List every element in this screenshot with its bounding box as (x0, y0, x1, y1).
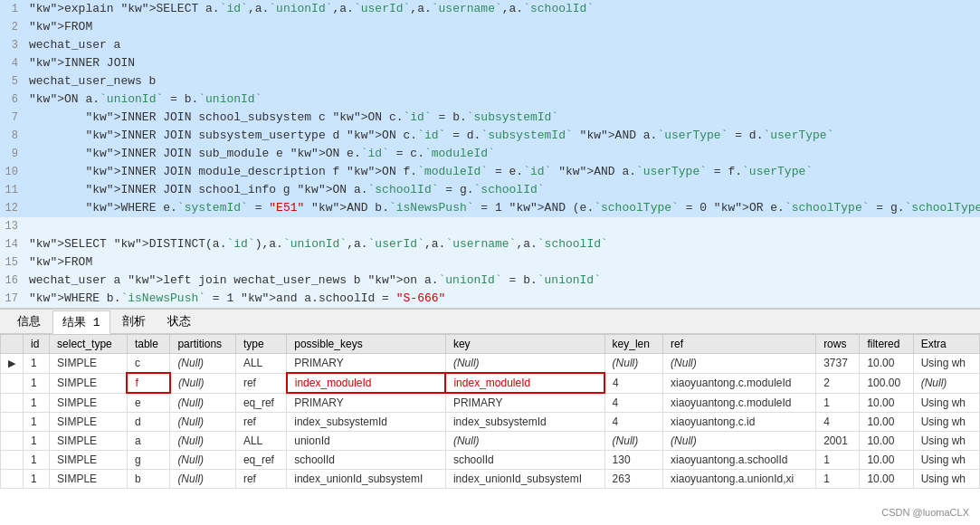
table-cell: 1 (24, 393, 50, 413)
code-line-row: 11 "kw">INNER JOIN school_info g "kw">ON… (0, 181, 980, 199)
watermark: CSDN @luomaCLX (881, 507, 969, 518)
code-text: "kw">WHERE b.`isNewsPush` = 1 "kw">and a… (25, 290, 980, 308)
table-cell: eq_ref (235, 451, 286, 470)
col-header[interactable]: table (127, 335, 170, 354)
col-header[interactable]: ref (663, 335, 816, 354)
table-cell: 4 (604, 373, 662, 393)
table-cell: SIMPLE (50, 413, 128, 432)
table-cell: 1 (24, 354, 50, 374)
table-cell: PRIMARY (287, 354, 446, 374)
code-text: "kw">INNER JOIN school_info g "kw">ON a.… (25, 181, 980, 199)
table-cell: 10.00 (860, 413, 913, 432)
code-line-row: 10 "kw">INNER JOIN module_description f … (0, 163, 980, 181)
tab-results[interactable]: 结果 1 (52, 310, 110, 334)
table-cell: 1 (24, 451, 50, 470)
code-line-row: 15"kw">FROM (0, 253, 980, 272)
col-header[interactable]: type (235, 335, 286, 354)
table-cell: 100.00 (860, 373, 913, 393)
code-line-row: 7 "kw">INNER JOIN school_subsystem c "kw… (0, 109, 980, 127)
table-cell: (Null) (913, 373, 979, 393)
col-header[interactable]: Extra (913, 335, 979, 354)
code-text: "kw">explain "kw">SELECT a.`id`,a.`union… (25, 0, 980, 18)
row-arrow (1, 451, 24, 470)
table-cell: PRIMARY (287, 393, 446, 413)
col-header[interactable]: key_len (604, 335, 662, 354)
table-cell: (Null) (170, 432, 236, 451)
table-cell: SIMPLE (50, 373, 128, 393)
table-cell: 3737 (816, 354, 860, 374)
code-text: wechat_user_news b (25, 72, 980, 91)
col-header[interactable]: possible_keys (287, 335, 446, 354)
table-cell: Using wh (913, 393, 979, 413)
code-text: "kw">INNER JOIN (25, 54, 980, 72)
table-cell: index_unionId_subsystemI (445, 470, 604, 489)
col-header[interactable]: select_type (50, 335, 128, 354)
line-number: 13 (0, 217, 25, 235)
code-line-row: 14"kw">SELECT "kw">DISTINCT(a.`id`),a.`u… (0, 235, 980, 253)
table-cell: 130 (604, 451, 662, 470)
code-line-row: 5wechat_user_news b (0, 72, 980, 91)
table-row: 1SIMPLEb(Null)refindex_unionId_subsystem… (1, 470, 980, 489)
line-number: 10 (0, 163, 25, 181)
table-row: 1SIMPLEe(Null)eq_refPRIMARYPRIMARY4xiaoy… (1, 393, 980, 413)
row-arrow (1, 470, 24, 489)
col-header[interactable]: id (24, 335, 50, 354)
table-cell: c (127, 354, 170, 374)
tab-status[interactable]: 状态 (157, 310, 201, 333)
table-cell: index_unionId_subsystemI (287, 470, 446, 489)
table-cell: ALL (235, 432, 286, 451)
table-cell: index_moduleId (445, 373, 604, 393)
table-cell: index_subsystemId (445, 413, 604, 432)
table-cell: 2001 (816, 432, 860, 451)
table-cell: xiaoyuantong.c.moduleId (663, 373, 816, 393)
code-text: "kw">FROM (25, 253, 980, 272)
code-text: "kw">INNER JOIN module_description f "kw… (25, 163, 980, 181)
table-cell: 10.00 (860, 432, 913, 451)
table-cell: 1 (24, 373, 50, 393)
table-cell: ALL (235, 354, 286, 374)
table-cell: (Null) (445, 354, 604, 374)
code-line-row: 3wechat_user a (0, 36, 980, 54)
table-cell: ref (235, 470, 286, 489)
table-cell: g (127, 451, 170, 470)
results-section[interactable]: idselect_typetablepartitionstypepossible… (0, 334, 980, 489)
tab-info[interactable]: 信息 (7, 310, 51, 333)
col-header[interactable]: filtered (860, 335, 913, 354)
table-cell: (Null) (445, 432, 604, 451)
table-cell: xiaoyuantong.c.moduleId (663, 393, 816, 413)
table-cell: (Null) (604, 432, 662, 451)
code-line-row: 16wechat_user a "kw">left join wechat_us… (0, 272, 980, 290)
table-cell: 1 (24, 413, 50, 432)
col-header[interactable]: partitions (170, 335, 236, 354)
table-cell: xiaoyuantong.c.id (663, 413, 816, 432)
col-header[interactable]: key (445, 335, 604, 354)
row-arrow: ▶ (1, 354, 24, 374)
code-line-row: 8 "kw">INNER JOIN subsystem_usertype d "… (0, 127, 980, 145)
row-arrow (1, 373, 24, 393)
col-header[interactable]: rows (816, 335, 860, 354)
code-line-row: 2"kw">FROM (0, 18, 980, 36)
code-text: "kw">INNER JOIN sub_module e "kw">ON e.`… (25, 145, 980, 163)
table-cell: (Null) (170, 373, 236, 393)
results-table: idselect_typetablepartitionstypepossible… (0, 334, 980, 489)
table-cell: (Null) (170, 413, 236, 432)
table-cell: (Null) (663, 354, 816, 374)
tab-profile[interactable]: 剖析 (112, 310, 156, 333)
line-number: 1 (0, 0, 25, 18)
table-cell: 2 (816, 373, 860, 393)
table-cell: 10.00 (860, 393, 913, 413)
table-cell: 4 (604, 393, 662, 413)
table-cell: 4 (816, 413, 860, 432)
table-cell: unionId (287, 432, 446, 451)
table-cell: 263 (604, 470, 662, 489)
line-number: 15 (0, 253, 25, 272)
table-cell: 4 (604, 413, 662, 432)
table-cell: 10.00 (860, 451, 913, 470)
table-cell: Using wh (913, 413, 979, 432)
table-cell: (Null) (170, 393, 236, 413)
line-number: 3 (0, 36, 25, 54)
table-cell: (Null) (170, 470, 236, 489)
line-number: 17 (0, 290, 25, 308)
table-row: 1SIMPLEg(Null)eq_refschoolIdschoolId130x… (1, 451, 980, 470)
col-arrow (1, 335, 24, 354)
